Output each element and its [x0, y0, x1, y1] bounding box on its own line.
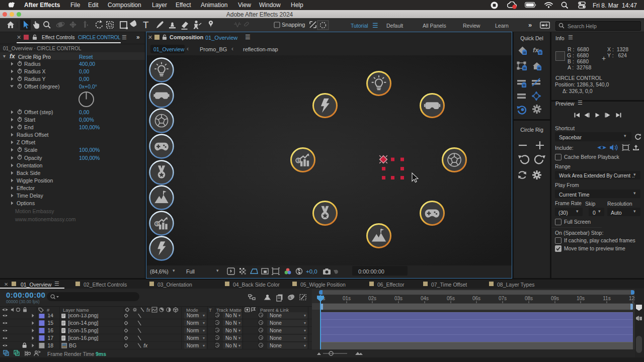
svg-text:[icon-16.png]: [icon-16.png] [68, 335, 98, 341]
svg-text:16: 16 [47, 328, 53, 333]
svg-text:[icon-14.png]: [icon-14.png] [68, 320, 98, 326]
svg-text:10s: 10s [577, 296, 585, 301]
svg-text:05s: 05s [447, 296, 455, 301]
svg-text:03s: 03s [394, 296, 403, 301]
svg-text:17: 17 [47, 335, 53, 341]
svg-text:T: T [209, 307, 212, 313]
svg-text:T: T [143, 20, 149, 30]
svg-text:Layer Name: Layer Name [63, 307, 89, 313]
svg-text:+0,0: +0,0 [306, 268, 317, 275]
svg-text:07s: 07s [499, 296, 507, 301]
svg-text:09s: 09s [551, 296, 559, 301]
svg-text:01s: 01s [343, 296, 351, 301]
svg-text:04s: 04s [421, 296, 429, 301]
svg-text:11s: 11s [603, 296, 610, 301]
svg-text:18: 18 [47, 343, 53, 348]
svg-text:[icon-15.png]: [icon-15.png] [68, 328, 98, 333]
svg-text:08s: 08s [525, 296, 533, 301]
svg-text:#: # [47, 307, 50, 313]
svg-text:fx: fx [143, 343, 148, 348]
svg-text:fx: fx [146, 307, 151, 313]
svg-text:15: 15 [47, 320, 53, 326]
svg-text:02s: 02s [368, 296, 376, 301]
svg-text:06s: 06s [472, 296, 480, 301]
svg-text:14: 14 [47, 314, 53, 318]
svg-text:BG: BG [69, 343, 76, 348]
svg-text:Snapping: Snapping [282, 22, 305, 28]
svg-text:[icon-13.png]: [icon-13.png] [68, 314, 98, 318]
svg-text:12s: 12s [629, 296, 635, 301]
